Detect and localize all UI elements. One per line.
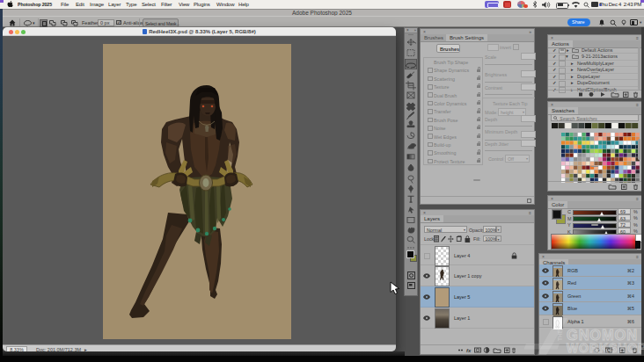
svg-text:fx: fx [466, 348, 472, 353]
